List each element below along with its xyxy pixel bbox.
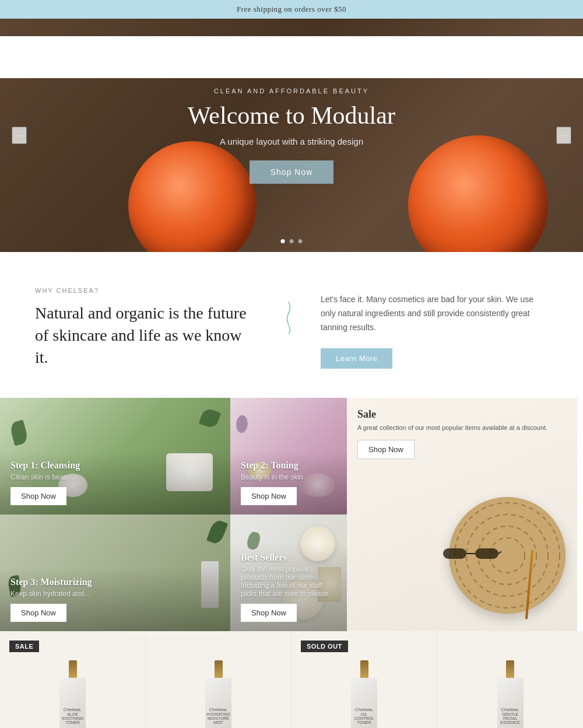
nav-icons: 0 <box>502 50 566 65</box>
account-icon[interactable] <box>502 50 514 65</box>
bottle-body-2: Chelsea. HYDRATING MOISTURE MIST <box>205 678 231 728</box>
svg-point-1 <box>25 53 39 61</box>
nav-about[interactable]: About <box>264 52 286 62</box>
bottle-cap-2 <box>215 660 223 678</box>
bestsellers-content: Best Sellers Only the most popular produ… <box>230 543 347 631</box>
product-3-bottle: Chelsea. OIL CONTROL TONER <box>347 660 382 728</box>
nav-shop[interactable]: Shop ▾ <box>220 52 246 62</box>
moisturizing-label: Step 3: Moisturizing <box>10 577 220 587</box>
bottle-cap-1 <box>69 660 77 678</box>
product-1-badge: SALE <box>9 640 39 652</box>
why-text: Let's face it. Many cosmetics are bad fo… <box>321 293 548 334</box>
product-card-2: Chelsea. HYDRATING MOISTURE MIST <box>146 631 292 728</box>
navigation: Home Shop ▾ About Blog Contact <box>0 36 583 78</box>
hero-dots <box>281 239 303 243</box>
bottle-cap-3 <box>360 660 368 678</box>
cleansing-content: Step 1: Cleansing Clean skin is beau... … <box>0 451 230 514</box>
toning-desc: Beauty is in the skin <box>241 473 336 481</box>
cleansing-desc: Clean skin is beau... <box>10 473 220 481</box>
bottle-label-3: Chelsea. OIL CONTROL TONER <box>351 705 377 727</box>
grid-cell-cleansing: Step 1: Cleansing Clean skin is beau... … <box>0 398 230 514</box>
nav-blog[interactable]: Blog <box>304 52 321 62</box>
wishlist-icon[interactable] <box>522 50 533 65</box>
bottle-label-1: Chelsea. ALOE SOOTHING TONER <box>59 705 86 727</box>
hero-dot-3[interactable] <box>298 239 303 243</box>
why-left-column: WHY CHELSEA? Natural and organic is the … <box>35 287 257 368</box>
toning-content: Step 2: Toning Beauty is in the skin Sho… <box>230 451 347 514</box>
svg-point-5 <box>551 60 552 61</box>
grid-cell-moisturizing: Step 3: Moisturizing Keep skin hydrated … <box>0 514 230 631</box>
hero-description: A unique layout with a striking design <box>188 136 395 146</box>
bestsellers-desc: Only the most popular products from our … <box>241 565 336 598</box>
bottle-body-4: Chelsea. GENTLE FACIAL ESSENCE <box>497 678 524 728</box>
cart-icon[interactable] <box>542 50 553 65</box>
hero-title: Welcome to Modular <box>188 102 395 130</box>
product-card-4: Chelsea. GENTLE FACIAL ESSENCE <box>437 631 583 728</box>
grid-cell-sale: Sale A great collection of our most popu… <box>347 398 577 631</box>
toning-label: Step 2: Toning <box>241 460 336 471</box>
svg-point-4 <box>545 60 546 61</box>
product-2-bottle: Chelsea. HYDRATING MOISTURE MIST <box>201 660 236 728</box>
learn-more-button[interactable]: Learn More <box>321 348 392 369</box>
moisturizing-shop-button[interactable]: Shop Now <box>10 604 66 622</box>
hero-dot-2[interactable] <box>290 239 294 243</box>
product-card-3: SOLD OUT Chelsea. OIL CONTROL TONER <box>292 631 437 728</box>
hero-next-button[interactable]: → <box>556 127 571 144</box>
hero-dot-1[interactable] <box>281 239 285 243</box>
hero-prev-button[interactable]: ← <box>12 127 27 144</box>
shop-chevron-icon: ▾ <box>243 54 246 61</box>
sale-label: Sale <box>357 408 547 421</box>
nav-contact[interactable]: Contact <box>339 52 369 62</box>
bottle-body-3: Chelsea. OIL CONTROL TONER <box>351 678 377 728</box>
why-title: Natural and organic is the future of ski… <box>35 302 257 368</box>
product-4-bottle: Chelsea. GENTLE FACIAL ESSENCE <box>493 660 528 728</box>
why-section: WHY CHELSEA? Natural and organic is the … <box>0 252 583 398</box>
svg-rect-11 <box>443 548 466 559</box>
grid-cell-toning: Step 2: Toning Beauty is in the skin Sho… <box>230 398 347 514</box>
moisturizing-content: Step 3: Moisturizing Keep skin hydrated … <box>0 568 230 631</box>
moisturizing-desc: Keep skin hydrated and... <box>10 590 220 598</box>
product-3-badge: SOLD OUT <box>301 640 348 652</box>
cleansing-label: Step 1: Cleansing <box>10 460 220 471</box>
grid-section: Step 1: Cleansing Clean skin is beau... … <box>0 398 583 631</box>
grid-cell-bestsellers: Best Sellers Only the most popular produ… <box>230 514 347 631</box>
bottle-body-1: Chelsea. ALOE SOOTHING TONER <box>59 678 86 728</box>
svg-line-15 <box>498 550 501 554</box>
hero-subtitle: CLEAN AND AFFORDABLE BEAUTY <box>188 88 395 94</box>
products-section: SALE Chelsea. ALOE SOOTHING TONER Chelse… <box>0 631 583 728</box>
logo[interactable] <box>17 44 47 70</box>
hero-cta-button[interactable]: Shop Now <box>250 160 334 184</box>
bottle-label-4: Chelsea. GENTLE FACIAL ESSENCE <box>497 705 524 727</box>
product-1-bottle: Chelsea. ALOE SOOTHING TONER <box>55 660 90 728</box>
product-card-1: SALE Chelsea. ALOE SOOTHING TONER <box>0 631 146 728</box>
why-tag: WHY CHELSEA? <box>35 287 257 294</box>
bottle-cap-4 <box>506 660 514 678</box>
cart-count: 0 <box>561 53 566 62</box>
top-banner: Free shipping on orders over $50 <box>0 0 583 19</box>
cleansing-shop-button[interactable]: Shop Now <box>10 487 66 505</box>
bottle-label-2: Chelsea. HYDRATING MOISTURE MIST <box>205 705 231 727</box>
sale-content: Sale A great collection of our most popu… <box>347 398 558 470</box>
svg-point-3 <box>505 52 510 56</box>
why-divider <box>280 287 297 334</box>
toning-shop-button[interactable]: Shop Now <box>241 487 297 505</box>
sale-desc: A great collection of our most popular i… <box>357 423 547 433</box>
bestsellers-label: Best Sellers <box>241 552 336 563</box>
hero-content: CLEAN AND AFFORDABLE BEAUTY Welcome to M… <box>188 88 395 184</box>
sale-shop-button[interactable]: Shop Now <box>357 440 415 459</box>
banner-text: Free shipping on orders over $50 <box>237 5 346 13</box>
why-right-column: Let's face it. Many cosmetics are bad fo… <box>321 287 548 369</box>
nav-links: Home Shop ▾ About Blog Contact <box>180 52 369 62</box>
svg-rect-12 <box>475 548 498 559</box>
bestsellers-shop-button[interactable]: Shop Now <box>241 604 297 622</box>
nav-home[interactable]: Home <box>180 52 203 62</box>
